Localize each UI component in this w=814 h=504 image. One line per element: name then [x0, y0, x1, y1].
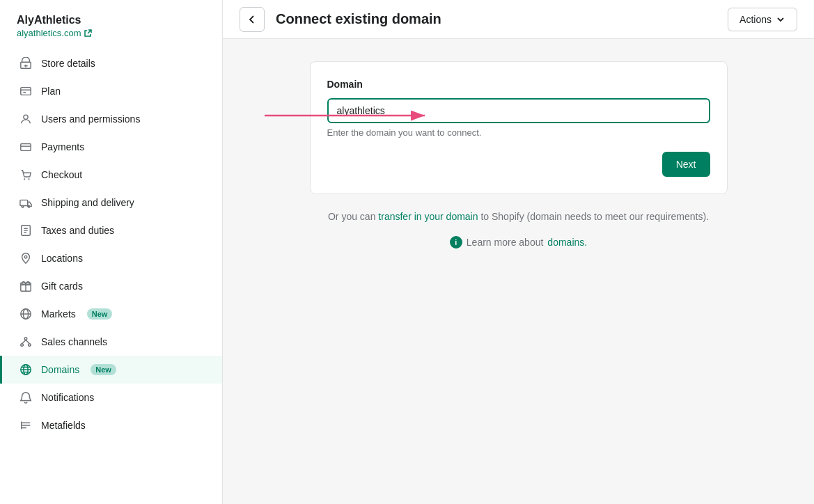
svg-point-9: [24, 178, 25, 180]
shipping-icon: [19, 196, 33, 210]
location-icon: [19, 251, 33, 265]
sidebar-item-taxes-and-duties[interactable]: Taxes and duties: [0, 216, 222, 244]
brand-section: AlyAthletics alyathletics.com: [0, 0, 222, 44]
topbar-left: Connect existing domain: [240, 7, 441, 32]
external-link-icon: [84, 29, 92, 38]
domains-icon: [19, 363, 33, 377]
sidebar-item-checkout[interactable]: Checkout: [0, 161, 222, 189]
svg-line-28: [22, 340, 26, 343]
chevron-down-icon: [776, 15, 785, 24]
svg-point-18: [24, 255, 27, 258]
svg-rect-3: [21, 88, 31, 95]
sidebar-item-locations[interactable]: Locations: [0, 244, 222, 272]
taxes-icon: [19, 223, 33, 237]
main-area: Connect existing domain Actions: [223, 0, 814, 504]
brand-name: AlyAthletics: [17, 14, 205, 26]
input-hint: Enter the domain you want to connect.: [327, 127, 710, 138]
svg-point-26: [21, 344, 24, 347]
metafields-icon: [19, 418, 33, 432]
learn-more-link[interactable]: domains.: [547, 237, 587, 248]
domain-card-title: Domain: [327, 79, 710, 90]
svg-point-25: [24, 338, 27, 340]
domain-card: Domain Enter the domain you want to conn…: [310, 61, 728, 194]
transfer-link[interactable]: transfer in your domain: [378, 211, 480, 222]
gift-icon: [19, 279, 33, 293]
svg-line-29: [26, 340, 29, 343]
markets-new-badge: New: [87, 308, 113, 320]
page-title: Connect existing domain: [276, 11, 441, 27]
channels-icon: [19, 335, 33, 349]
learn-more-section: i Learn more about domains.: [245, 236, 792, 249]
payment-icon: [19, 140, 33, 154]
sidebar-item-domains[interactable]: Domains New: [0, 356, 222, 384]
sidebar-nav: Store details Plan Users and permissi: [0, 44, 222, 445]
brand-link[interactable]: alyathletics.com: [17, 28, 205, 38]
bell-icon: [19, 391, 33, 404]
sidebar: AlyAthletics alyathletics.com Store deta…: [0, 0, 223, 504]
markets-icon: [19, 307, 33, 321]
sidebar-item-payments[interactable]: Payments: [0, 133, 222, 161]
sidebar-item-plan[interactable]: Plan: [0, 77, 222, 105]
checkout-icon: [19, 168, 33, 182]
sidebar-item-gift-cards[interactable]: Gift cards: [0, 272, 222, 300]
domains-new-badge: New: [91, 364, 116, 375]
svg-rect-11: [20, 200, 28, 205]
domain-input[interactable]: [327, 98, 710, 123]
sidebar-item-store-details[interactable]: Store details: [0, 49, 222, 77]
plan-icon: [19, 84, 33, 98]
sidebar-item-shipping-and-delivery[interactable]: Shipping and delivery: [0, 189, 222, 216]
svg-point-6: [24, 115, 28, 119]
actions-button[interactable]: Actions: [728, 8, 797, 31]
topbar: Connect existing domain Actions: [223, 0, 814, 39]
sidebar-item-users-and-permissions[interactable]: Users and permissions: [0, 105, 222, 133]
sidebar-item-markets[interactable]: Markets New: [0, 300, 222, 328]
svg-point-12: [22, 206, 24, 208]
svg-point-10: [28, 178, 29, 180]
back-button[interactable]: [240, 7, 265, 32]
content-wrapper: Domain Enter the domain you want to conn…: [223, 39, 814, 504]
content: Domain Enter the domain you want to conn…: [223, 39, 814, 504]
next-button[interactable]: Next: [662, 152, 710, 177]
sidebar-item-sales-channels[interactable]: Sales channels: [0, 328, 222, 356]
transfer-section: Or you can transfer in your domain to Sh…: [310, 211, 728, 222]
store-icon: [19, 56, 33, 70]
sidebar-item-metafields[interactable]: Metafields: [0, 411, 222, 439]
svg-point-27: [29, 344, 31, 347]
svg-rect-7: [21, 144, 31, 151]
sidebar-item-notifications[interactable]: Notifications: [0, 384, 222, 411]
info-icon: i: [450, 236, 462, 249]
card-footer: Next: [327, 152, 710, 177]
user-icon: [19, 112, 33, 126]
